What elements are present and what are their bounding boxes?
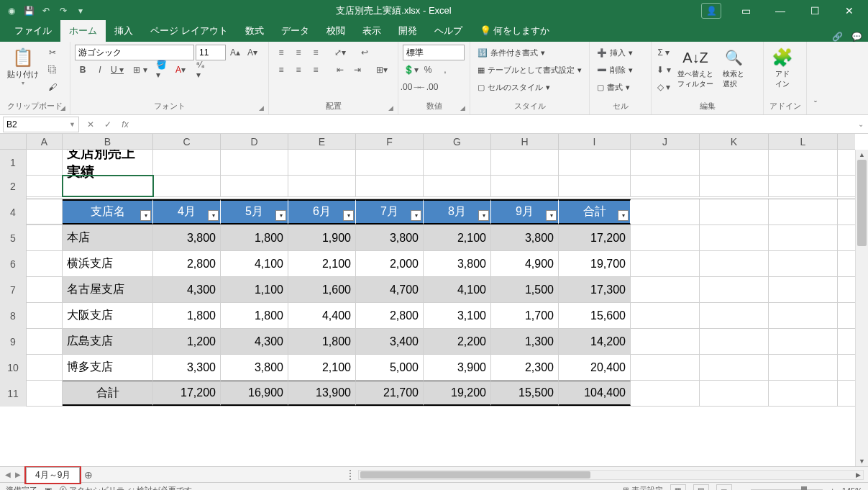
cell[interactable]	[27, 176, 63, 196]
data-cell[interactable]: 1,200	[153, 329, 221, 354]
branch-name-cell[interactable]: 博多支店	[63, 355, 153, 380]
row-header[interactable]: 7	[0, 277, 27, 303]
insert-cells-button[interactable]: ➕挿入 ▾	[594, 45, 636, 60]
col-header[interactable]: L	[769, 134, 838, 149]
ribbon-display-icon[interactable]: ▭	[730, 0, 762, 22]
data-cell[interactable]: 2,100	[424, 225, 491, 250]
redo-icon[interactable]: ↷	[58, 5, 69, 17]
cell[interactable]	[700, 303, 769, 328]
tab-page-layout[interactable]: ページ レイアウト	[142, 20, 237, 42]
cell[interactable]	[631, 251, 700, 276]
comma-button[interactable]: ,	[437, 62, 453, 78]
table-header-cell[interactable]: 5月▾	[221, 199, 288, 224]
cell[interactable]	[631, 277, 700, 302]
undo-icon[interactable]: ↶	[40, 5, 52, 17]
close-button[interactable]: ✕	[833, 0, 865, 22]
cell[interactable]	[27, 303, 63, 328]
cell-sheet-title[interactable]: 支店別売上実績	[63, 150, 153, 175]
data-cell[interactable]: 3,800	[491, 225, 559, 250]
data-cell[interactable]: 17,200	[559, 225, 631, 250]
tab-file[interactable]: ファイル	[6, 20, 60, 42]
col-header[interactable]: F	[356, 134, 424, 149]
filter-button[interactable]: ▾	[618, 210, 629, 221]
row-header[interactable]: 1	[0, 150, 27, 176]
cut-button[interactable]: ✂	[45, 45, 60, 60]
data-cell[interactable]: 4,300	[153, 277, 221, 302]
font-size-select[interactable]	[196, 45, 226, 60]
phonetic-button[interactable]: ᵃ⁄ₐ ▾	[196, 62, 211, 78]
increase-font-button[interactable]: A▴	[227, 45, 243, 60]
row-header[interactable]: 11	[0, 381, 27, 407]
filter-button[interactable]: ▾	[275, 210, 286, 221]
percent-button[interactable]: %	[420, 62, 436, 78]
select-all-corner[interactable]	[0, 134, 27, 149]
data-cell[interactable]: 19,700	[559, 251, 631, 276]
cell[interactable]	[27, 277, 63, 302]
cancel-formula-button[interactable]: ✕	[82, 117, 99, 132]
minimize-button[interactable]: —	[764, 0, 796, 22]
increase-indent-button[interactable]: ⇥	[350, 62, 365, 78]
account-icon[interactable]: 👤	[701, 3, 721, 19]
total-cell[interactable]: 104,400	[559, 381, 631, 406]
data-cell[interactable]: 4,900	[491, 251, 559, 276]
table-header-cell[interactable]: 合計▾	[559, 199, 631, 224]
save-icon[interactable]: 💾	[23, 5, 35, 17]
format-cells-button[interactable]: ▢書式 ▾	[594, 79, 633, 95]
total-cell[interactable]: 16,900	[221, 381, 288, 406]
cell[interactable]	[27, 381, 63, 406]
branch-name-cell[interactable]: 大阪支店	[63, 303, 153, 328]
sort-filter-button[interactable]: A↓Z 並べ替えと フィルター	[675, 45, 716, 91]
col-header[interactable]: C	[153, 134, 221, 149]
cell[interactable]	[700, 199, 769, 224]
align-center-button[interactable]: ≡	[291, 62, 306, 78]
row-header[interactable]: 6	[0, 251, 27, 277]
data-cell[interactable]: 1,300	[491, 329, 559, 354]
data-cell[interactable]: 1,100	[221, 277, 288, 302]
data-cell[interactable]: 1,800	[288, 329, 356, 354]
branch-name-cell[interactable]: 名古屋支店	[63, 277, 153, 302]
branch-name-cell[interactable]: 横浜支店	[63, 251, 153, 276]
launcher-icon[interactable]: ◢	[60, 104, 65, 112]
align-middle-button[interactable]: ≡	[291, 45, 306, 60]
cell[interactable]	[221, 150, 288, 175]
data-cell[interactable]: 2,800	[153, 251, 221, 276]
tab-home[interactable]: ホーム	[60, 20, 106, 42]
data-cell[interactable]: 15,600	[559, 303, 631, 328]
data-cell[interactable]: 4,400	[288, 303, 356, 328]
data-cell[interactable]: 4,300	[221, 329, 288, 354]
total-label-cell[interactable]: 合計	[63, 381, 153, 406]
font-name-select[interactable]	[75, 45, 194, 60]
share-button[interactable]: 🔗	[832, 32, 843, 42]
cell[interactable]	[769, 225, 838, 250]
zoom-in-button[interactable]: +	[830, 486, 834, 491]
cell[interactable]	[631, 176, 700, 196]
data-cell[interactable]: 4,100	[221, 251, 288, 276]
total-cell[interactable]: 21,700	[356, 381, 424, 406]
cell[interactable]	[769, 355, 838, 380]
cell[interactable]	[631, 303, 700, 328]
cell[interactable]	[27, 199, 63, 224]
data-cell[interactable]: 1,800	[221, 225, 288, 250]
cell[interactable]	[153, 176, 221, 196]
cell[interactable]	[700, 381, 769, 406]
formula-input[interactable]	[134, 117, 854, 132]
data-cell[interactable]: 1,900	[288, 225, 356, 250]
expand-formula-bar-button[interactable]: ⌄	[854, 120, 868, 128]
filter-button[interactable]: ▾	[546, 210, 557, 221]
paste-button[interactable]: 📋 貼り付け ▾	[4, 45, 42, 88]
data-cell[interactable]: 14,200	[559, 329, 631, 354]
col-header[interactable]: A	[27, 134, 63, 149]
branch-name-cell[interactable]: 本店	[63, 225, 153, 250]
tab-data[interactable]: データ	[273, 20, 318, 42]
italic-button[interactable]: I	[92, 62, 108, 78]
cell[interactable]	[631, 381, 700, 406]
border-button[interactable]: ⊞ ▾	[132, 62, 148, 78]
filter-button[interactable]: ▾	[411, 210, 421, 221]
filter-button[interactable]: ▾	[140, 210, 151, 221]
col-header[interactable]: B	[63, 134, 153, 149]
cell[interactable]	[221, 176, 288, 196]
tell-me[interactable]: 💡 何をしますか	[471, 20, 559, 42]
cell[interactable]	[700, 355, 769, 380]
decrease-font-button[interactable]: A▾	[245, 45, 260, 60]
branch-name-cell[interactable]: 広島支店	[63, 329, 153, 354]
